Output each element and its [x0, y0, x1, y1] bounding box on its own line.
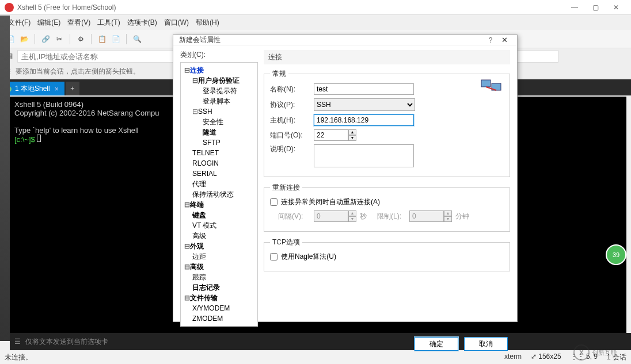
tree-connection[interactable]: ⊟连接: [182, 65, 256, 75]
dialog-title: 新建会话属性: [179, 35, 484, 45]
status-connection: 未连接。: [5, 352, 32, 362]
tree-serial[interactable]: SERIAL: [182, 168, 256, 179]
paste-icon[interactable]: 📄: [110, 33, 121, 45]
name-input[interactable]: [314, 83, 414, 95]
separator: [35, 34, 35, 44]
nagle-checkbox[interactable]: [270, 253, 278, 260]
tcp-fieldset: TCP选项 使用Nagle算法(U): [264, 237, 510, 271]
dialog-right-panel: 连接 常规 名称(N): 协议(P): SSH 主机(H): 端口号(O):: [264, 50, 510, 327]
menu-help[interactable]: 帮助(H): [196, 18, 219, 28]
dialog-titlebar: 新建会话属性 ? ✕: [173, 35, 517, 45]
name-label: 名称(N):: [270, 85, 310, 94]
search-icon[interactable]: 🔍: [131, 33, 143, 45]
nagle-label: 使用Nagle算法(U): [281, 252, 336, 262]
tree-advanced-term[interactable]: 高级: [182, 231, 256, 241]
tab-close-icon[interactable]: ×: [55, 85, 59, 93]
tree-auth[interactable]: ⊟用户身份验证: [182, 75, 256, 86]
dialog-help-button[interactable]: ?: [484, 36, 497, 44]
menu-file[interactable]: 文件(F): [8, 18, 31, 28]
reconnect-icon[interactable]: 🔗: [40, 33, 51, 45]
terminal-line: Type `help' to learn how to use Xshell: [14, 126, 139, 135]
tree-login-prompt[interactable]: 登录提示符: [182, 86, 256, 96]
sidestrip: [0, 16, 10, 341]
compose-placeholder[interactable]: 仅将文本发送到当前选项卡: [25, 337, 108, 347]
maximize-button[interactable]: ▢: [585, 1, 606, 14]
window-controls: — ▢ ✕: [564, 1, 626, 14]
tree-keyboard[interactable]: 键盘: [182, 210, 256, 220]
svg-rect-0: [481, 80, 491, 87]
tree-keepalive[interactable]: 保持活动状态: [182, 189, 256, 200]
port-input[interactable]: [314, 129, 348, 141]
tree-appearance[interactable]: ⊟外观: [182, 241, 256, 251]
menu-tabs[interactable]: 选项卡(B): [127, 18, 157, 28]
limit-unit: 分钟: [455, 212, 469, 221]
menu-view[interactable]: 查看(V): [67, 18, 90, 28]
spin-down-icon[interactable]: ▼: [348, 135, 356, 141]
separator: [126, 34, 127, 44]
port-label: 端口号(O):: [270, 131, 310, 140]
host-label: 主机(H):: [270, 116, 310, 125]
overlay-badge[interactable]: 39: [606, 244, 626, 265]
tree-rlogin[interactable]: RLOGIN: [182, 158, 256, 168]
general-fieldset: 常规 名称(N): 协议(P): SSH 主机(H): 端口号(O):: [264, 69, 510, 177]
interval-input: [314, 210, 348, 222]
app-icon: [5, 3, 14, 12]
tab-label: 1 本地Shell: [15, 84, 50, 94]
terminal-line: Xshell 5 (Build 0964): [14, 100, 83, 109]
tree-login-script[interactable]: 登录脚本: [182, 96, 256, 106]
general-legend: 常规: [270, 69, 288, 79]
ok-button[interactable]: 确定: [415, 337, 458, 351]
tree-logging[interactable]: 日志记录: [182, 282, 256, 293]
reconnect-fieldset: 重新连接 连接异常关闭时自动重新连接(A) 间隔(V): ▲▼ 秒 限制(L):: [264, 183, 510, 232]
tree-margin[interactable]: 边距: [182, 251, 256, 262]
tree-tunnel[interactable]: 隧道: [182, 127, 256, 137]
dialog-close-button[interactable]: ✕: [497, 36, 511, 44]
host-input[interactable]: [314, 114, 414, 126]
interval-unit: 秒: [360, 212, 367, 221]
tree-file-transfer[interactable]: ⊟文件传输: [182, 293, 256, 303]
tree-zmodem[interactable]: ZMODEM: [182, 313, 256, 324]
tab-add-button[interactable]: +: [66, 82, 79, 95]
minimize-button[interactable]: —: [564, 1, 585, 14]
copy-icon[interactable]: 📋: [96, 33, 108, 45]
tree-proxy[interactable]: 代理: [182, 179, 256, 189]
terminal-prompt: [c:\~]$: [14, 135, 37, 144]
tree-terminal[interactable]: ⊟终端: [182, 200, 256, 210]
limit-input: [409, 210, 444, 222]
auto-reconnect-checkbox[interactable]: [270, 198, 278, 206]
separator: [91, 34, 92, 44]
disconnect-icon[interactable]: ✂: [54, 33, 65, 45]
desc-textarea[interactable]: [314, 144, 414, 167]
titlebar: Xshell 5 (Free for Home/School) — ▢ ✕: [0, 0, 631, 15]
tree-security[interactable]: 安全性: [182, 117, 256, 127]
tree-telnet[interactable]: TELNET: [182, 148, 256, 158]
menu-tools[interactable]: 工具(T): [97, 18, 120, 28]
protocol-label: 协议(P):: [270, 100, 310, 110]
tree-sftp[interactable]: SFTP: [182, 137, 256, 148]
limit-label: 限制(L):: [377, 212, 406, 221]
interval-label: 间隔(V):: [278, 212, 310, 221]
status-size: ⤢ 156x25: [531, 352, 561, 362]
menu-edit[interactable]: 编辑(E): [37, 18, 60, 28]
menu-window[interactable]: 窗口(W): [164, 18, 189, 28]
reconnect-legend: 重新连接: [270, 183, 302, 193]
close-button[interactable]: ✕: [606, 1, 626, 14]
open-icon[interactable]: 📂: [18, 33, 30, 45]
devices-icon: [480, 78, 503, 96]
tree-xymodem[interactable]: X/YMODEM: [182, 303, 256, 313]
tree-vtmode[interactable]: VT 模式: [182, 220, 256, 231]
tree-ssh[interactable]: ⊟SSH: [182, 106, 256, 117]
watermark: X 创新互联: [573, 341, 631, 364]
port-spinner[interactable]: ▲▼: [314, 129, 356, 141]
panel-title: 连接: [264, 50, 510, 64]
cancel-button[interactable]: 取消: [464, 337, 508, 351]
tree-trace[interactable]: 跟踪: [182, 272, 256, 282]
properties-icon[interactable]: ⚙: [75, 33, 86, 45]
limit-spinner: ▲▼: [409, 210, 452, 222]
spin-up-icon[interactable]: ▲: [348, 129, 356, 135]
compose-icon: ☰: [14, 338, 21, 346]
protocol-select[interactable]: SSH: [314, 98, 415, 111]
category-tree[interactable]: ⊟连接 ⊟用户身份验证 登录提示符 登录脚本 ⊟SSH 安全性 隧道 SFTP …: [180, 62, 258, 327]
interval-spinner: ▲▼: [314, 210, 356, 222]
tree-advanced[interactable]: ⊟高级: [182, 262, 256, 272]
